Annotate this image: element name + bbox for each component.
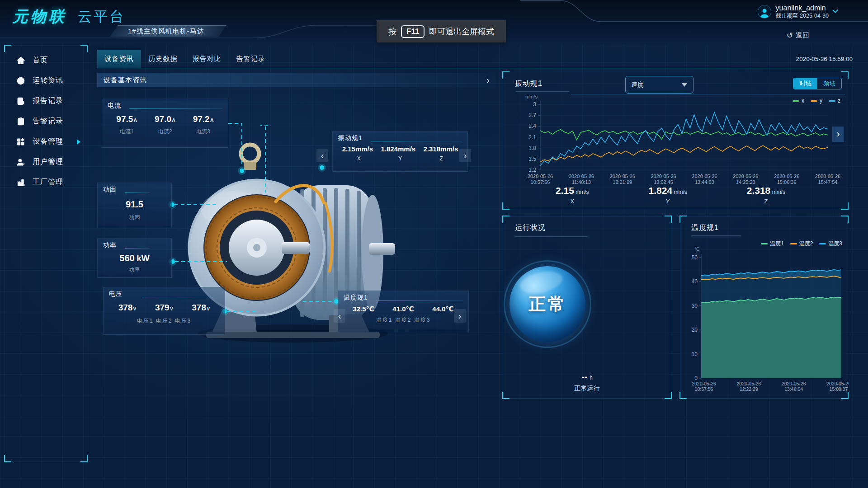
voltage-callout: 电压 378V379V378V 电压1 电压2 电压3: [103, 287, 225, 335]
license-expiry: 截止期至 2025-04-30: [776, 13, 829, 20]
svg-text:1.5: 1.5: [528, 156, 536, 162]
tab-历史数据[interactable]: 历史数据: [141, 50, 185, 68]
vibration-value: 1.824mm/s: [381, 145, 415, 153]
username: yuanlink_admin: [776, 4, 829, 13]
tab-告警记录[interactable]: 告警记录: [229, 50, 273, 68]
sidebar-item-report-records[interactable]: 报告记录: [5, 91, 87, 111]
svg-text:12:22:29: 12:22:29: [740, 386, 758, 392]
svg-text:50: 50: [692, 254, 698, 261]
status-value: 正常: [528, 293, 566, 316]
status-panel: 运行状况 正常 -- h 正常运行: [503, 216, 671, 399]
vibration-value: 2.318mm/s: [424, 145, 458, 153]
svg-text:40: 40: [692, 278, 698, 285]
temperature-chart: ℃504030201002020-05-2610:57:562020-05-26…: [680, 216, 849, 399]
temperature-prev-button[interactable]: ‹: [334, 309, 345, 323]
power-label: 功率: [103, 266, 166, 274]
summary-X: 2.15 mm/sX: [556, 185, 589, 205]
sidebar-item-label: 工厂管理: [33, 178, 63, 187]
sidebar-item-label: 报告记录: [33, 96, 63, 106]
svg-text:2020-05-26: 2020-05-26: [692, 174, 717, 179]
power-factor-value: 91.5: [126, 199, 143, 209]
submenu-arrow-icon: [77, 139, 80, 145]
temperature-panel: 温度规1 温度1温度2温度3 ℃504030201002020-05-2610:…: [680, 216, 848, 399]
chevron-right-icon[interactable]: ›: [486, 75, 490, 84]
svg-text:2020-05-26: 2020-05-26: [733, 174, 758, 179]
f11-key-badge: F11: [401, 25, 425, 38]
axis-label: X: [357, 155, 361, 162]
vibration-next-button[interactable]: ›: [459, 149, 471, 162]
back-label: 返回: [796, 31, 809, 40]
undo-icon: ↺: [787, 31, 793, 40]
alarm-icon: [16, 117, 26, 127]
callout-value: 378V: [118, 303, 137, 313]
power-value: 560: [119, 253, 134, 263]
axis-label: Y: [398, 155, 402, 162]
vibration-prev-button[interactable]: ‹: [316, 149, 328, 162]
vibration-callout-title: 振动规1: [338, 134, 363, 142]
temperature-next-button[interactable]: ›: [454, 309, 466, 323]
app-logo: 元物联 云平台: [13, 6, 125, 27]
panel-next-chevron[interactable]: ›: [832, 127, 844, 142]
sidebar-item-label: 告警记录: [33, 117, 63, 126]
logo-primary-text: 元物联: [13, 6, 67, 27]
svg-text:10:57:56: 10:57:56: [695, 386, 713, 392]
sidebar-item-label: 设备管理: [33, 137, 63, 146]
svg-text:2020-05-26: 2020-05-26: [692, 381, 716, 386]
unit: V: [133, 306, 136, 311]
callout-label: 电流2: [158, 128, 172, 136]
svg-text:℃: ℃: [694, 247, 699, 252]
sidebar-item-alarm-records[interactable]: 告警记录: [5, 111, 87, 131]
svg-text:mm/s: mm/s: [525, 94, 538, 99]
device-basic-info-bar: 设备基本资讯 ›: [97, 73, 496, 87]
svg-text:3: 3: [533, 101, 536, 108]
current-datetime: 2020-05-26 15:59:00: [796, 56, 853, 62]
sidebar-item-user-management[interactable]: 用户管理: [5, 152, 87, 172]
hours-unit: h: [590, 375, 593, 381]
sidebar-item-operation-info[interactable]: 运转资讯: [5, 70, 87, 91]
back-button[interactable]: ↺ 返回: [787, 31, 809, 40]
svg-text:1.2: 1.2: [528, 167, 536, 173]
current-callout: 电流 97.5A97.0A97.2A 电流1电流2电流3: [102, 99, 228, 148]
svg-text:2020-05-26: 2020-05-26: [569, 174, 594, 179]
sidebar-item-home[interactable]: 首页: [5, 50, 87, 70]
sidebar-item-device-management[interactable]: 设备管理: [5, 131, 87, 152]
sidebar-item-label: 用户管理: [33, 157, 63, 167]
callout-value: 97.0A: [155, 114, 175, 124]
current-title: 电流: [108, 102, 121, 110]
sidebar-item-label: 首页: [33, 56, 48, 65]
user-menu[interactable]: yuanlink_admin 截止期至 2025-04-30: [758, 4, 837, 20]
tab-设备资讯[interactable]: 设备资讯: [97, 50, 141, 68]
svg-text:2020-05-26: 2020-05-26: [528, 174, 553, 179]
unit: A: [133, 117, 137, 123]
vibration-value: 2.15mm/s: [342, 145, 373, 153]
power-factor-label: 功因: [103, 214, 166, 221]
axis-label: Z: [440, 155, 443, 162]
svg-text:13:46:04: 13:46:04: [784, 386, 803, 392]
svg-text:2020-05-26: 2020-05-26: [826, 381, 849, 386]
svg-text:2.7: 2.7: [528, 112, 536, 118]
globe-icon: [16, 76, 26, 86]
callout-label: 电流3: [196, 128, 210, 136]
svg-text:2020-05-26: 2020-05-26: [651, 174, 676, 179]
unit: V: [207, 306, 210, 311]
summary-Y: 1.824 mm/sY: [649, 185, 687, 205]
svg-text:13:02:45: 13:02:45: [654, 179, 673, 185]
app-header: 元物联 云平台 1#线主供风机电机-马达 按 F11 即可退出全屏模式 yuan…: [0, 0, 868, 44]
svg-text:1.8: 1.8: [528, 145, 536, 151]
callout-value: 378V: [192, 303, 210, 313]
summary-Z: 2.318 mm/sZ: [747, 185, 785, 205]
svg-text:2020-05-26: 2020-05-26: [736, 381, 761, 386]
unit: A: [172, 117, 175, 123]
notice-prefix: 按: [388, 26, 396, 37]
vibration-callout: 振动规1 2.15mm/s1.824mm/s2.318mm/s XYZ ‹ ›: [332, 131, 468, 172]
sidebar-item-label: 运转资讯: [33, 76, 63, 85]
temperature-value: 41.0℃: [392, 305, 414, 313]
status-label: 正常运行: [503, 385, 671, 393]
tab-报告对比[interactable]: 报告对比: [185, 50, 229, 68]
notice-suffix: 即可退出全屏模式: [429, 26, 494, 37]
sidebar-item-factory-management[interactable]: 工厂管理: [5, 172, 87, 192]
svg-text:30: 30: [692, 303, 698, 309]
svg-text:15:06:36: 15:06:36: [777, 179, 797, 185]
device-basic-info-title: 设备基本资讯: [104, 76, 147, 84]
user-icon: [16, 157, 26, 167]
